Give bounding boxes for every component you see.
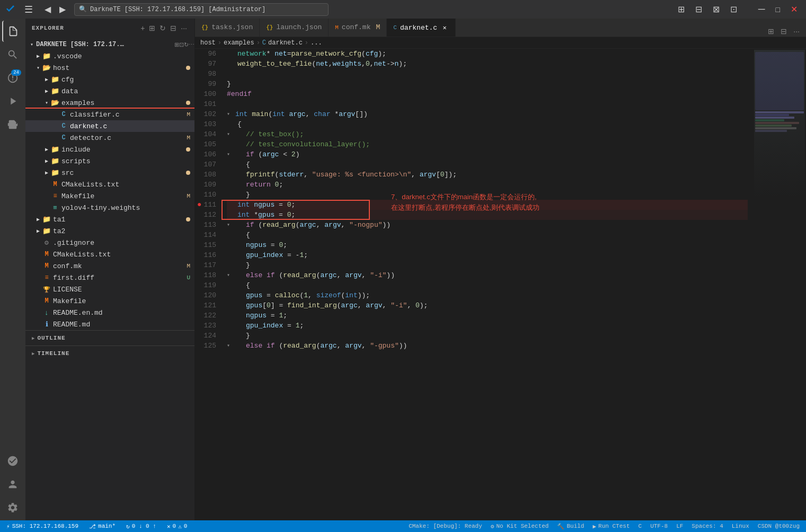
kit-status[interactable]: ⚙ No Kit Selected: [489, 523, 551, 530]
code-line-109: return 0;: [227, 180, 748, 190]
more-actions-btn[interactable]: ···: [180, 23, 188, 33]
tree-classifier-file[interactable]: ▶ C classifier.c M: [25, 109, 194, 120]
tree-diff-file[interactable]: ▶ ≡ first.diff U: [25, 272, 194, 283]
activity-git-btn[interactable]: 24: [2, 67, 23, 88]
tree-scripts-folder[interactable]: ▶ 📁 scripts: [25, 155, 194, 167]
tree-cfg-folder[interactable]: ▶ 📁 cfg: [25, 74, 194, 85]
menu-hamburger-btn[interactable]: ☰: [21, 3, 36, 16]
tree-detector-file[interactable]: ▶ C detector.c M: [25, 132, 194, 144]
more-btn[interactable]: ⋯: [189, 41, 194, 48]
branch-status[interactable]: ⎇ main*: [87, 523, 118, 530]
back-button[interactable]: ◀: [41, 3, 54, 15]
encoding-status[interactable]: UTF-8: [648, 523, 670, 529]
tree-ta2-folder[interactable]: ▶ 📁 ta2: [25, 225, 194, 237]
activity-account-btn[interactable]: [2, 474, 23, 495]
activity-explorer-btn[interactable]: [2, 21, 23, 42]
ln-125: 125: [195, 341, 216, 351]
customize-layout-button[interactable]: ⊡: [727, 3, 740, 16]
tab-darknetc[interactable]: C darknet.c ✕: [387, 19, 456, 37]
tab-launch-json[interactable]: {} launch.json: [260, 19, 329, 37]
code-line-116: gpu_index = -1;: [227, 250, 748, 260]
code-line-104: ▾ // test_box();: [227, 129, 748, 139]
titlebar: ☰ ◀ ▶ 🔍 DarkneTE [SSH: 172.17.168.159] […: [0, 0, 806, 19]
workspace-root-item[interactable]: ▾ DARKNETE [SSH: 172.17.… ⊞ ⊡ ↻ ⋯: [25, 39, 194, 50]
minimize-button[interactable]: ─: [755, 3, 768, 16]
code-line-101: [227, 99, 748, 109]
cmake-status[interactable]: CMake: [Debug]: Ready: [406, 523, 484, 529]
breadcrumb-symbol[interactable]: ...: [311, 39, 322, 47]
tree-vscode-folder[interactable]: ▶ 📁 .vscode: [25, 50, 194, 62]
tree-weights-file[interactable]: ▶ ≡ yolov4-tiny.weights: [25, 202, 194, 214]
breadcrumb-host[interactable]: host: [200, 39, 216, 47]
code-line-122: ngpus = 1;: [227, 311, 748, 321]
code-line-97: weight_to_tee_flie(net,weights,0,net->n)…: [227, 59, 748, 69]
errors-status[interactable]: ✕ 0 ⚠ 0: [165, 523, 189, 530]
tree-include-folder[interactable]: ▶ 📁 include: [25, 144, 194, 155]
tree-readme-file[interactable]: ▶ ℹ README.md: [25, 318, 194, 330]
open-folder-btn[interactable]: ⊡: [179, 41, 184, 48]
code-line-117: }: [227, 260, 748, 270]
sync-status[interactable]: ↻ 0 ↓ 0 ↑: [124, 523, 158, 530]
new-folder-btn[interactable]: ⊞: [148, 23, 156, 33]
tree-examples-folder[interactable]: ▾ 📂 examples: [25, 97, 194, 109]
tree-confmk-file[interactable]: ▶ M conf.mk M: [25, 260, 194, 272]
global-search-bar[interactable]: 🔍 DarkneTE [SSH: 172.17.168.159] [Admini…: [74, 3, 329, 16]
diff-icon: ≡: [42, 273, 51, 282]
minimap[interactable]: [753, 49, 806, 520]
eol-status[interactable]: LF: [674, 523, 685, 529]
linux-status[interactable]: Linux: [730, 523, 751, 529]
panel-button[interactable]: ⊠: [710, 3, 723, 16]
new-file-btn[interactable]: +: [139, 23, 146, 33]
tree-gitignore-file[interactable]: ▶ ⚙ .gitignore: [25, 237, 194, 249]
tree-ta1-folder[interactable]: ▶ 📁 ta1: [25, 214, 194, 225]
tree-makefile-root-file[interactable]: ▶ M Makefile: [25, 295, 194, 307]
language-status[interactable]: C: [636, 523, 644, 529]
clone-btn[interactable]: ⊞: [174, 41, 179, 48]
tree-license-file[interactable]: ▶ 🏆 LICENSE: [25, 283, 194, 295]
more-tabs-btn[interactable]: ···: [791, 26, 802, 37]
activity-run-btn[interactable]: [2, 91, 23, 112]
tree-cmakelists-root-file[interactable]: ▶ M CMakeLists.txt: [25, 249, 194, 260]
breadcrumb-examples[interactable]: examples: [224, 39, 254, 47]
code-line-124: }: [227, 331, 748, 341]
error-icon: ✕: [167, 523, 171, 530]
spaces-status[interactable]: Spaces: 4: [689, 523, 725, 529]
tab-confmk[interactable]: M conf.mk M: [329, 19, 387, 37]
tab-close-btn[interactable]: ✕: [440, 23, 449, 32]
collapse-all-btn[interactable]: ⊟: [169, 23, 178, 33]
tab-tasks-json[interactable]: {} tasks.json: [195, 19, 260, 37]
activity-extensions-btn[interactable]: [2, 114, 23, 135]
open-editors-btn[interactable]: ⊞: [766, 26, 776, 37]
modified-dot: [186, 171, 190, 175]
tree-data-folder[interactable]: ▶ 📁 data: [25, 85, 194, 97]
cmakelists-host-label: CMakeLists.txt: [61, 181, 194, 189]
activity-remote-btn[interactable]: [2, 450, 23, 472]
outline-header[interactable]: ▶ OUTLINE: [25, 333, 194, 343]
refresh-folder-btn[interactable]: ↻: [184, 41, 189, 48]
activity-search-btn[interactable]: [2, 44, 23, 65]
layout-button[interactable]: ⊟: [692, 3, 705, 16]
timeline-section: ▶ TIMELINE: [25, 345, 194, 361]
maximize-button[interactable]: □: [773, 3, 783, 16]
tree-readme-en-file[interactable]: ▶ ↓ README.en.md: [25, 307, 194, 318]
detector-label: detector.c: [70, 134, 187, 142]
refresh-btn[interactable]: ↻: [158, 23, 167, 33]
timeline-header[interactable]: ▶ TIMELINE: [25, 348, 194, 359]
activity-settings-btn[interactable]: [2, 497, 23, 518]
run-ctest-status[interactable]: ▶ Run CTest: [590, 523, 632, 530]
tree-makefile-host-file[interactable]: ▶ ≡ Makefile M: [25, 190, 194, 202]
build-status[interactable]: 🔨 Build: [555, 523, 586, 530]
breadcrumb-darknetc[interactable]: darknet.c: [268, 39, 303, 47]
c-file-icon: C: [59, 134, 68, 142]
csdn-status[interactable]: CSDN @t00zug: [756, 523, 802, 529]
close-button[interactable]: ✕: [787, 3, 801, 16]
ssh-status[interactable]: ⚡ SSH: 172.17.168.159: [4, 523, 81, 530]
tree-src-folder[interactable]: ▶ 📁 src: [25, 167, 194, 179]
tree-host-folder[interactable]: ▾ 📂 host: [25, 62, 194, 74]
tree-darknet-file[interactable]: ▶ C darknet.c: [25, 120, 194, 132]
forward-button[interactable]: ▶: [56, 3, 69, 15]
split-editor-button[interactable]: ⊞: [675, 3, 688, 16]
tree-cmakelists-host-file[interactable]: ▶ M CMakeLists.txt: [25, 179, 194, 190]
code-area[interactable]: 7、darknet.c文件下的main函数是一定会运行的, 在这里打断点,若程序…: [222, 49, 753, 520]
editor-layout-btn[interactable]: ⊟: [778, 26, 789, 37]
